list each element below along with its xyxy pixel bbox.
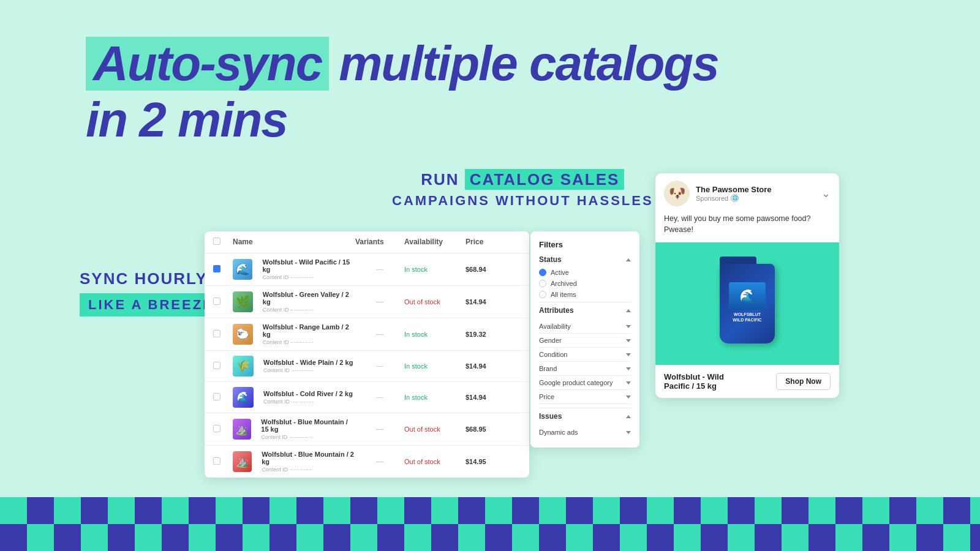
divider [539, 408, 631, 408]
availability-header: Availability [404, 238, 466, 247]
attr-label: Availability [539, 323, 571, 330]
product-thumbnail: ⛰️ [233, 419, 251, 440]
price-header: Price [466, 238, 508, 247]
store-info: The Pawsome Store Sponsored 🌐 [696, 185, 815, 202]
attr-dynamic-ads[interactable]: Dynamic ads [539, 425, 631, 439]
product-thumbnail: 🌿 [233, 291, 253, 312]
variants-dash: — [355, 425, 404, 433]
bag-label: WOLFSBLUTWILD PACIFIC [730, 310, 764, 325]
filter-option-archived[interactable]: Archived [539, 280, 631, 287]
ad-footer: Wolfsblut - WildPacific / 15 kg Shop Now [655, 365, 839, 398]
product-id: Content ID ··············· [263, 339, 355, 345]
issues-collapse-icon[interactable] [626, 415, 631, 418]
chevron-down-icon [626, 381, 631, 384]
row-checkbox[interactable] [213, 265, 233, 274]
filter-option-all[interactable]: All items [539, 291, 631, 298]
product-id: Content ID ··············· [262, 274, 355, 280]
row-checkbox[interactable] [213, 393, 233, 402]
availability-status: Out of stock [404, 425, 466, 433]
table-row[interactable]: 🌿 Wolfsblut - Green Valley / 2 kg Conten… [205, 286, 529, 318]
attr-price[interactable]: Price [539, 390, 631, 404]
hero-line2: in 2 mins [86, 93, 718, 147]
variants-header: Variants [355, 238, 404, 247]
attr-label: Condition [539, 351, 567, 358]
filters-title: Filters [539, 240, 631, 249]
table-row[interactable]: 🌊 Wolfsblut - Wild Pacific / 15 kg Conte… [205, 253, 529, 286]
table-header: Name Variants Availability Price [205, 231, 529, 253]
attr-label: Brand [539, 365, 557, 372]
price-value: $14.94 [466, 362, 508, 370]
product-name: Wolfsblut - Blue Mountain / 2 kg [262, 451, 355, 465]
radio-archived[interactable] [539, 280, 546, 287]
product-id: Content ID ··············· [262, 467, 355, 473]
attr-gender[interactable]: Gender [539, 334, 631, 348]
chevron-down-icon [626, 395, 631, 399]
run-text: Run [421, 170, 459, 189]
ad-chevron-icon[interactable]: ⌄ [821, 187, 831, 200]
store-name: The Pawsome Store [696, 185, 815, 194]
radio-active[interactable] [539, 269, 546, 276]
status-label: Status [539, 255, 562, 264]
table-row[interactable]: ⛰️ Wolfsblut - Blue Mountain / 15 kg Con… [205, 413, 529, 446]
active-label: Active [551, 269, 569, 276]
row-checkbox[interactable] [213, 362, 233, 371]
sync-section: Sync hourly like a breeze [80, 269, 222, 317]
checkbox-all[interactable] [213, 238, 233, 247]
table-row[interactable]: 🐑 Wolfsblut - Range Lamb / 2 kg Content … [205, 318, 529, 351]
status-section-header[interactable]: Status [539, 255, 631, 264]
price-value: $14.94 [466, 394, 508, 401]
price-value: $68.94 [466, 266, 508, 273]
table-row[interactable]: 🌊 Wolfsblut - Cold River / 2 kg Content … [205, 382, 529, 413]
attr-label: Google product category [539, 379, 612, 386]
row-checkbox[interactable] [213, 457, 233, 467]
ad-message: Hey, will you buy me some pawsome food? … [655, 214, 839, 242]
table-row[interactable]: ⛰️ Wolfsblut - Blue Mountain / 2 kg Cont… [205, 446, 529, 478]
attributes-collapse-icon[interactable] [626, 309, 631, 312]
product-thumbnail: 🐑 [233, 324, 253, 345]
attr-label: Gender [539, 337, 562, 344]
radio-all[interactable] [539, 291, 546, 298]
run-line1: Run Catalog Sales [392, 170, 654, 189]
hero-autosync: Auto-sync [86, 37, 329, 91]
status-collapse-icon[interactable] [626, 258, 631, 261]
hero-multiple: multiple catalogs [339, 37, 718, 91]
product-thumbnail: ⛰️ [233, 451, 252, 472]
variants-dash: — [355, 330, 404, 339]
table-row[interactable]: 🌾 Wolfsblut - Wide Plain / 2 kg Content … [205, 351, 529, 382]
chevron-down-icon [626, 339, 631, 342]
issues-label: Issues [539, 412, 562, 421]
attr-availability[interactable]: Availability [539, 320, 631, 334]
variants-dash: — [355, 265, 404, 274]
row-checkbox[interactable] [213, 298, 233, 307]
variants-dash: — [355, 362, 404, 370]
issues-section-header[interactable]: Issues [539, 412, 631, 421]
product-thumbnail: 🌊 [233, 259, 252, 280]
ad-header: 🐶 The Pawsome Store Sponsored 🌐 ⌄ [655, 173, 839, 214]
filter-option-active[interactable]: Active [539, 269, 631, 276]
checkerboard-decoration [0, 497, 980, 551]
ad-product-title: Wolfsblut - WildPacific / 15 kg [664, 372, 724, 391]
run-catalog-section: Run Catalog Sales campaigns without hass… [392, 170, 654, 209]
hero-section: Auto-sync multiple catalogs in 2 mins [86, 37, 718, 147]
chevron-down-icon [626, 431, 631, 434]
attributes-section-header[interactable]: Attributes [539, 306, 631, 315]
row-checkbox[interactable] [213, 330, 233, 339]
product-name: Wolfsblut - Wide Plain / 2 kg [263, 359, 353, 366]
attr-condition[interactable]: Condition [539, 348, 631, 362]
availability-status: In stock [404, 362, 466, 370]
row-checkbox[interactable] [213, 425, 233, 434]
variants-dash: — [355, 457, 404, 466]
archived-label: Archived [551, 280, 577, 287]
chevron-down-icon [626, 325, 631, 328]
attr-brand[interactable]: Brand [539, 362, 631, 376]
filters-panel: Filters Status Active Archived All items… [530, 231, 639, 448]
bag-graphic: 🌊 [729, 282, 766, 310]
sync-hourly-label: Sync hourly [80, 269, 222, 288]
price-value: $14.95 [466, 458, 508, 465]
attr-label: Price [539, 393, 554, 400]
shop-now-button[interactable]: Shop Now [776, 373, 831, 390]
run-line2: campaigns without hassles [392, 193, 654, 209]
attr-google-product-category[interactable]: Google product category [539, 376, 631, 390]
product-id: Content ID ··············· [263, 307, 355, 313]
product-id: Content ID ··············· [263, 399, 353, 405]
